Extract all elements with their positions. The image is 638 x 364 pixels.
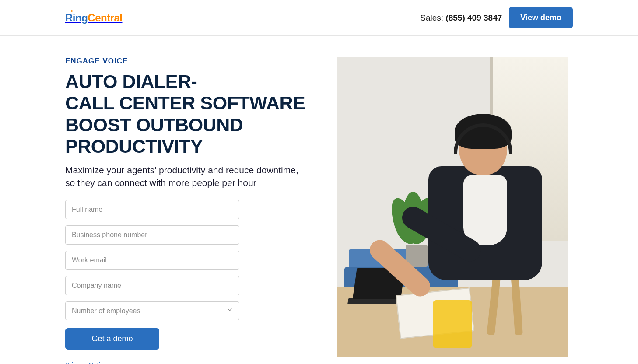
sales-phone-link[interactable]: (855) 409 3847 (445, 13, 502, 22)
privacy-notice-link[interactable]: Privacy Notice (65, 361, 239, 364)
header-right: Sales: (855) 409 3847 View demo (420, 7, 573, 28)
logo-ring: Ring (65, 12, 88, 24)
sales-text: Sales: (855) 409 3847 (420, 13, 502, 23)
logo-ring-text: Ring (65, 12, 88, 24)
demo-form: Number of employees Get a demo Privacy N… (65, 200, 239, 364)
title-line-1: AUTO DIALER- (65, 71, 197, 92)
logo[interactable]: RingCentral (65, 12, 123, 24)
logo-dot-icon (71, 10, 73, 12)
sales-label: Sales: (420, 13, 445, 22)
title-line-2: CALL CENTER SOFTWARE (65, 92, 305, 113)
subtitle: Maximize your agents' productivity and r… (65, 164, 310, 189)
title-line-3: BOOST OUTBOUND PRODUCTIVITY (65, 114, 243, 157)
company-name-input[interactable] (65, 276, 239, 295)
main-content: ENGAGE VOICE AUTO DIALER- CALL CENTER SO… (65, 36, 573, 364)
hero-right (337, 57, 568, 364)
get-demo-button[interactable]: Get a demo (65, 328, 159, 350)
full-name-input[interactable] (65, 200, 239, 219)
header-inner: RingCentral Sales: (855) 409 3847 View d… (65, 7, 573, 28)
work-email-input[interactable] (65, 251, 239, 270)
eyebrow: ENGAGE VOICE (65, 57, 310, 66)
hero-left: ENGAGE VOICE AUTO DIALER- CALL CENTER SO… (65, 57, 310, 364)
page-title: AUTO DIALER- CALL CENTER SOFTWARE BOOST … (65, 71, 310, 158)
business-phone-input[interactable] (65, 225, 239, 245)
logo-central-text: Central (88, 12, 122, 24)
hero-person (411, 114, 551, 319)
employees-select[interactable]: Number of employees (65, 301, 239, 320)
site-header: RingCentral Sales: (855) 409 3847 View d… (0, 0, 638, 36)
hero-image (337, 57, 568, 357)
employees-select-wrap: Number of employees (65, 301, 239, 320)
view-demo-button[interactable]: View demo (509, 7, 573, 28)
